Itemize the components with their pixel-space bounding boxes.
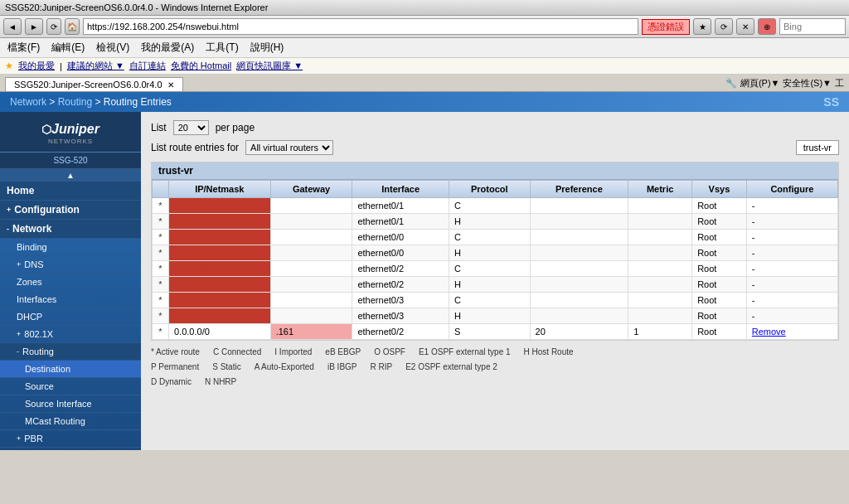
table-row: *170.162/32ethernet0/2HRoot- <box>153 277 838 293</box>
route-filter-row: List route entries for All virtual route… <box>151 140 839 155</box>
menu-bar: 檔案(F) 編輯(E) 檢視(V) 我的最愛(A) 工具(T) 說明(H) <box>0 38 849 58</box>
row-ip: 200.0/24 <box>169 198 271 214</box>
browser-toolbar: ◄ ► ⟳ 🏠 憑證錯誤 ★ ⟳ ✕ ⊕ <box>0 16 849 38</box>
sidebar-item-routing[interactable]: - Routing <box>0 343 141 361</box>
sidebar-item-network[interactable]: - Network <box>0 220 141 239</box>
favorites-button[interactable]: ★ <box>693 18 711 35</box>
col-star <box>153 181 169 198</box>
row-metric <box>628 308 692 324</box>
menu-file[interactable]: 檔案(F) <box>5 40 42 56</box>
row-configure: - <box>746 214 837 230</box>
fav-suggested[interactable]: 建議的網站 ▼ <box>67 60 124 72</box>
browser-title-bar: SSG520:Juniper-ScreenOS6.0.0r4.0 - Windo… <box>0 0 849 16</box>
row-preference <box>530 261 628 277</box>
sidebar-item-binding[interactable]: Binding <box>0 239 141 256</box>
sidebar-item-configuration[interactable]: + Configuration <box>0 201 141 220</box>
sidebar-item-virtual-routers[interactable]: Virtual Routers <box>0 448 141 450</box>
fav-myfavorites[interactable]: 我的最愛 <box>18 60 55 72</box>
table-row: *.64/27ethernet0/3CRoot- <box>153 293 838 308</box>
row-vsys: Root <box>692 198 747 214</box>
row-gateway: .161 <box>270 324 352 340</box>
sidebar-item-pbr[interactable]: + PBR <box>0 430 141 448</box>
row-vsys: Root <box>692 308 747 324</box>
sidebar-scroll-up[interactable]: ▲ <box>0 169 141 182</box>
menu-tools[interactable]: 工具(T) <box>203 40 240 56</box>
row-star: * <box>153 214 169 230</box>
row-vsys: Root <box>692 230 747 245</box>
refresh-button[interactable]: ⟳ <box>46 18 61 35</box>
sidebar-item-interfaces[interactable]: Interfaces <box>0 291 141 308</box>
routing-table: IP/Netmask Gateway Interface Protocol Pr… <box>152 180 838 340</box>
per-page-select[interactable]: 20 50 100 <box>173 120 209 135</box>
legend-dynamic: D Dynamic <box>151 376 192 389</box>
menu-help[interactable]: 說明(H) <box>248 40 287 56</box>
row-interface: ethernet0/3 <box>352 293 449 308</box>
row-vsys: Root <box>692 261 747 277</box>
per-page-suffix: per page <box>216 122 255 133</box>
row-star: * <box>153 198 169 214</box>
search-input[interactable] <box>779 18 846 35</box>
router-filter-select[interactable]: All virtual routers trust-vr untrust-vr <box>245 140 333 155</box>
stop-button[interactable]: ✕ <box>736 18 754 35</box>
row-metric <box>628 230 692 245</box>
row-configure[interactable]: Remove <box>746 324 837 340</box>
sidebar-item-source-interface[interactable]: Source Interface <box>0 395 141 413</box>
menu-edit[interactable]: 編輯(E) <box>49 40 87 56</box>
home-button[interactable]: 🏠 <box>65 18 80 35</box>
legend-nhrp: N NHRP <box>205 376 236 389</box>
fav-custom[interactable]: 自訂連結 <box>129 60 166 72</box>
cert-error-badge: 憑證錯誤 <box>642 19 690 35</box>
table-row: *200.254/32ethernet0/1HRoot- <box>153 214 838 230</box>
fav-hotmail[interactable]: 免費的 Hotmail <box>171 60 231 72</box>
tab-close-icon[interactable]: ✕ <box>167 80 174 90</box>
sidebar-item-dhcp[interactable]: DHCP <box>0 308 141 326</box>
extra-btn[interactable]: 工 <box>835 77 844 90</box>
new-page-button[interactable]: ⊕ <box>758 18 776 35</box>
reload-button[interactable]: ⟳ <box>715 18 733 35</box>
sidebar-item-home[interactable]: Home <box>0 182 141 201</box>
row-star: * <box>153 261 169 277</box>
fav-feeds[interactable]: 網頁快訊圖庫 ▼ <box>236 60 303 72</box>
sidebar-item-8021x[interactable]: + 802.1X <box>0 326 141 343</box>
tab-label: SSG520:Juniper-ScreenOS6.0.0r4.0 <box>14 80 163 90</box>
row-preference <box>530 293 628 308</box>
sidebar-item-zones[interactable]: Zones <box>0 274 141 291</box>
legend-permanent: P Permanent <box>151 361 199 374</box>
browser-title: SSG520:Juniper-ScreenOS6.0.0r4.0 - Windo… <box>5 2 268 12</box>
back-button[interactable]: ◄ <box>3 18 22 35</box>
tab-main[interactable]: SSG520:Juniper-ScreenOS6.0.0r4.0 ✕ <box>5 77 183 91</box>
row-preference <box>530 277 628 293</box>
row-metric <box>628 261 692 277</box>
sidebar-item-dns[interactable]: + DNS <box>0 256 141 274</box>
breadcrumb-routing[interactable]: Routing <box>58 96 92 108</box>
col-preference: Preference <box>530 181 628 198</box>
breadcrumb: Network > Routing > Routing Entries <box>10 96 172 108</box>
breadcrumb-network[interactable]: Network <box>10 96 46 108</box>
row-protocol: H <box>449 245 530 261</box>
menu-view[interactable]: 檢視(V) <box>94 40 132 56</box>
sidebar-item-mcast-routing[interactable]: MCast Routing <box>0 413 141 430</box>
sidebar-label-destination: Destination <box>25 364 70 374</box>
row-gateway <box>270 308 352 324</box>
security-btn[interactable]: 安全性(S)▼ <box>783 77 832 90</box>
row-vsys: Root <box>692 245 747 261</box>
table-row: *199.254/32ethernet0/0HRoot- <box>153 245 838 261</box>
sidebar-label-configuration: Configuration <box>14 204 80 216</box>
forward-button[interactable]: ► <box>25 18 43 35</box>
menu-favorites[interactable]: 我的最愛(A) <box>138 40 196 56</box>
expand-network-icon: - <box>7 225 9 233</box>
address-bar[interactable] <box>83 18 638 35</box>
sidebar-label-home: Home <box>7 185 34 196</box>
row-configure: - <box>746 293 837 308</box>
sidebar-item-source[interactable]: Source <box>0 378 141 395</box>
legend-ospf: O OSPF <box>374 346 405 359</box>
app-header: Network > Routing > Routing Entries SS <box>0 92 849 112</box>
trust-vr-button[interactable]: trust-vr <box>796 140 839 155</box>
row-star: * <box>153 308 169 324</box>
sidebar-item-destination[interactable]: Destination <box>0 361 141 378</box>
row-vsys: Root <box>692 277 747 293</box>
page-btn[interactable]: 網頁(P)▼ <box>740 77 780 90</box>
row-configure: - <box>746 198 837 214</box>
list-route-label: List route entries for <box>151 142 239 153</box>
table-row: *170.160/27ethernet0/2CRoot- <box>153 261 838 277</box>
